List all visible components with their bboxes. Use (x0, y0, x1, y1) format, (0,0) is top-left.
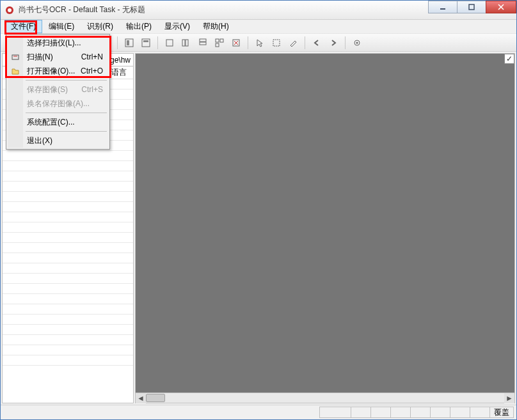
svg-rect-15 (216, 39, 219, 42)
svg-rect-13 (200, 39, 206, 42)
app-icon (4, 5, 15, 15)
list-row[interactable] (3, 345, 133, 355)
toolbar-separator (248, 36, 248, 49)
status-cell (450, 407, 470, 418)
svg-rect-17 (216, 43, 219, 47)
language-label: 语言 (111, 67, 127, 78)
svg-rect-8 (142, 39, 150, 47)
view-grid-icon[interactable] (212, 36, 227, 50)
list-row[interactable] (3, 284, 133, 294)
svg-point-23 (356, 42, 358, 43)
scan-icon (10, 52, 20, 62)
maximize-button[interactable] (457, 1, 486, 13)
status-cell (351, 407, 371, 418)
menu-select-scanner[interactable]: 选择扫描仪(L)... (8, 36, 108, 50)
layout-1-icon[interactable] (122, 36, 137, 50)
view-columns-icon[interactable] (179, 36, 194, 50)
view-rows-icon[interactable] (195, 36, 211, 50)
menu-save-image: 保存图像(S) Ctrl+S (8, 82, 108, 97)
menubar: 文件(F) 编辑(E) 识别(R) 输出(P) 显示(V) 帮助(H) (1, 20, 516, 34)
image-viewer: ✓ ◄ ► (135, 53, 515, 403)
list-row[interactable] (3, 233, 133, 243)
status-cell (319, 407, 351, 418)
menu-edit[interactable]: 编辑(E) (42, 20, 81, 33)
menu-output[interactable]: 输出(P) (120, 20, 158, 33)
menu-item-label: 选择扫描仪(L)... (27, 38, 81, 49)
horizontal-scrollbar[interactable]: ◄ ► (136, 393, 514, 403)
window-controls (429, 1, 516, 13)
menu-scan[interactable]: 扫描(N) Ctrl+N (8, 50, 108, 64)
pen-icon[interactable] (285, 36, 301, 50)
list-row[interactable] (3, 202, 133, 212)
menu-help[interactable]: 帮助(H) (196, 20, 235, 33)
list-row[interactable] (3, 294, 133, 304)
menu-exit[interactable]: 退出(X) (8, 134, 108, 148)
list-row[interactable] (3, 151, 133, 161)
list-row[interactable] (3, 263, 133, 274)
pointer-icon[interactable] (252, 36, 267, 50)
statusbar: 覆盖 (1, 405, 516, 419)
toolbar-separator (117, 36, 118, 49)
svg-rect-3 (469, 4, 474, 10)
svg-rect-14 (200, 42, 206, 45)
viewer-canvas[interactable] (136, 54, 514, 393)
menu-shortcut: Ctrl+S (81, 85, 103, 94)
menu-system-config[interactable]: 系统配置(C)... (8, 115, 108, 129)
list-row[interactable] (3, 192, 133, 202)
list-row[interactable] (3, 325, 133, 335)
svg-rect-21 (273, 40, 280, 46)
menu-view[interactable]: 显示(V) (158, 20, 196, 33)
list-row[interactable] (3, 315, 133, 325)
delete-layout-icon[interactable] (228, 36, 244, 50)
menu-recognize[interactable]: 识别(R) (81, 20, 120, 33)
menu-separator (26, 80, 107, 81)
svg-rect-2 (440, 8, 445, 10)
menu-shortcut: Ctrl+O (81, 66, 103, 75)
svg-rect-24 (12, 55, 19, 59)
menu-separator (26, 113, 107, 113)
scroll-right-icon[interactable]: ► (504, 393, 514, 403)
list-row[interactable] (3, 253, 133, 263)
open-image-icon (10, 66, 20, 76)
app-window: 尚书七号OCR - Default Task - 无标题 文件(F) 编辑(E)… (0, 0, 517, 420)
list-row[interactable] (3, 171, 133, 182)
list-row[interactable] (3, 222, 133, 233)
viewer-checkbox[interactable]: ✓ (504, 54, 514, 64)
menu-file[interactable]: 文件(F) (4, 20, 42, 33)
menu-item-label: 退出(X) (27, 136, 52, 146)
close-button[interactable] (486, 1, 516, 13)
view-single-icon[interactable] (162, 36, 177, 50)
scroll-left-icon[interactable]: ◄ (136, 393, 146, 403)
menu-item-label: 打开图像(O)... (27, 66, 75, 77)
scroll-thumb[interactable] (146, 394, 165, 402)
svg-rect-7 (127, 40, 129, 45)
list-row[interactable] (3, 243, 133, 253)
path-fragment: ge\hw (110, 56, 131, 65)
list-row[interactable] (3, 161, 133, 171)
svg-rect-12 (186, 40, 188, 46)
gear-icon[interactable] (349, 36, 365, 50)
file-menu-dropdown: 选择扫描仪(L)... 扫描(N) Ctrl+N 打开图像(O)... Ctrl… (6, 34, 110, 150)
menu-item-label: 换名保存图像(A)... (27, 98, 90, 109)
list-row[interactable] (3, 212, 133, 222)
list-row[interactable] (3, 355, 133, 366)
svg-rect-16 (220, 39, 223, 42)
toolbar-separator (157, 36, 158, 49)
list-row[interactable] (3, 182, 133, 192)
toolbar-separator (305, 36, 305, 49)
layout-2-icon[interactable] (138, 36, 154, 50)
list-row[interactable] (3, 274, 133, 284)
list-row[interactable] (3, 335, 133, 345)
minimize-button[interactable] (428, 1, 457, 13)
titlebar: 尚书七号OCR - Default Task - 无标题 (1, 1, 516, 20)
menu-save-as-image: 换名保存图像(A)... (8, 97, 108, 111)
status-cell (370, 407, 391, 418)
status-overwrite: 覆盖 (489, 407, 514, 418)
prev-icon[interactable] (309, 36, 324, 50)
status-cell (470, 407, 490, 418)
select-rect-icon[interactable] (269, 36, 284, 50)
menu-item-label: 系统配置(C)... (27, 117, 75, 128)
next-icon[interactable] (326, 36, 341, 50)
list-row[interactable] (3, 304, 133, 315)
menu-open-image[interactable]: 打开图像(O)... Ctrl+O (8, 64, 108, 78)
